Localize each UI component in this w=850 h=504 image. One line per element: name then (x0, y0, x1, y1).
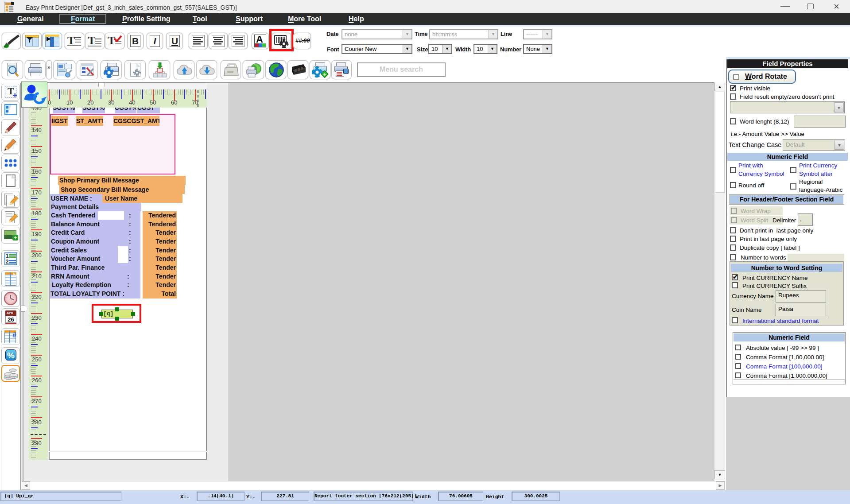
svg-text:+: + (323, 72, 326, 77)
